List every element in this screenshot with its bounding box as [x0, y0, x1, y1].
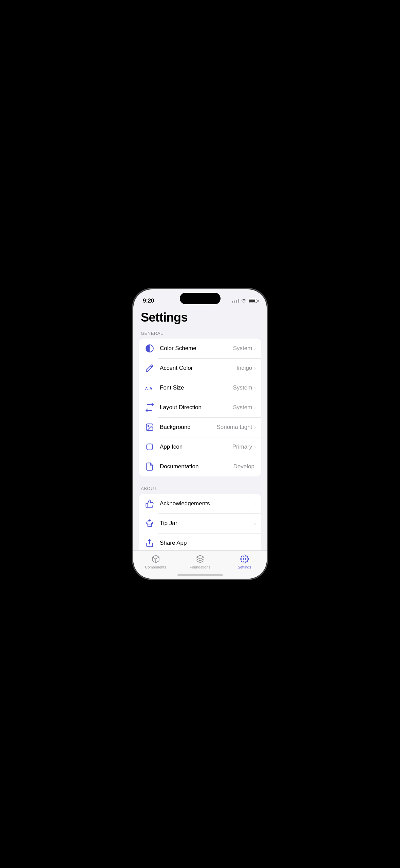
tip-jar-chevron: ›	[254, 521, 256, 526]
layout-direction-label: Layout Direction	[160, 404, 233, 411]
tab-foundations[interactable]: Foundations	[187, 554, 214, 569]
share-app-row[interactable]: Share App	[139, 533, 261, 550]
page-title: Settings	[133, 308, 267, 331]
battery-icon	[249, 299, 257, 303]
app-icon-row[interactable]: App Icon Primary ›	[139, 437, 261, 457]
font-size-icon: A A	[144, 382, 155, 393]
half-circle-icon	[144, 343, 155, 354]
about-list: Acknowledgements › Tip Jar ›	[139, 494, 261, 550]
acknowledgements-row[interactable]: Acknowledgements ›	[139, 494, 261, 513]
svg-text:A: A	[145, 387, 148, 391]
doc-icon	[144, 461, 155, 472]
tab-components-label: Components	[145, 565, 166, 569]
status-icons	[232, 299, 257, 303]
status-time: 9:20	[143, 297, 154, 304]
svg-rect-5	[147, 444, 152, 450]
background-label: Background	[160, 424, 216, 431]
acknowledgements-chevron: ›	[254, 501, 256, 506]
tab-settings-label: Settings	[238, 565, 251, 569]
dynamic-island	[180, 293, 221, 304]
accent-color-row[interactable]: Accent Color Indigo ›	[139, 358, 261, 378]
font-size-value: System	[233, 384, 252, 391]
documentation-value: Develop	[233, 463, 254, 470]
font-size-chevron: ›	[254, 385, 256, 391]
square-icon	[144, 441, 155, 452]
svg-point-4	[148, 426, 149, 427]
svg-text:A: A	[149, 386, 153, 391]
accent-color-label: Accent Color	[160, 365, 236, 372]
layout-direction-chevron: ›	[254, 405, 256, 410]
tip-jar-row[interactable]: Tip Jar ›	[139, 513, 261, 533]
color-scheme-row[interactable]: Color Scheme System ›	[139, 339, 261, 358]
share-app-label: Share App	[160, 540, 256, 546]
accent-color-value: Indigo	[236, 365, 252, 372]
wifi-icon	[241, 299, 247, 303]
layers-icon	[195, 554, 205, 564]
background-row[interactable]: Background Sonoma Light ›	[139, 417, 261, 437]
color-scheme-value: System	[233, 345, 252, 352]
accent-color-chevron: ›	[254, 365, 256, 371]
font-size-label: Font Size	[160, 384, 233, 391]
documentation-label: Documentation	[160, 463, 233, 470]
signal-icon	[232, 299, 239, 303]
brush-icon	[144, 363, 155, 374]
svg-marker-10	[196, 555, 204, 559]
app-icon-chevron: ›	[254, 444, 256, 450]
phone-frame: 9:20 Settings GENERAL	[133, 289, 267, 579]
background-value: Sonoma Light	[216, 424, 252, 431]
color-scheme-chevron: ›	[254, 346, 256, 351]
layout-direction-value: System	[233, 404, 252, 411]
share-icon	[144, 538, 155, 548]
svg-point-11	[243, 558, 246, 560]
home-indicator	[177, 574, 223, 576]
gear-icon	[240, 554, 249, 564]
section-header-about: ABOUT	[133, 486, 267, 494]
layout-direction-row[interactable]: Layout Direction System ›	[139, 398, 261, 417]
content-area: Settings GENERAL Color Scheme System ›	[133, 308, 267, 550]
documentation-row[interactable]: Documentation Develop	[139, 457, 261, 476]
app-icon-value: Primary	[232, 444, 252, 450]
app-icon-label: App Icon	[160, 444, 232, 450]
font-size-row[interactable]: A A Font Size System ›	[139, 378, 261, 398]
general-list: Color Scheme System › Accent Color Indig…	[139, 339, 261, 476]
acknowledgements-label: Acknowledgements	[160, 500, 253, 507]
thumbsup-icon	[144, 498, 155, 509]
photo-icon	[144, 422, 155, 433]
status-bar: 9:20	[133, 289, 267, 308]
wave-icon	[144, 518, 155, 529]
arrows-icon	[144, 402, 155, 413]
tab-settings[interactable]: Settings	[231, 554, 258, 569]
tip-jar-label: Tip Jar	[160, 520, 253, 527]
section-header-general: GENERAL	[133, 331, 267, 339]
background-chevron: ›	[254, 424, 256, 430]
color-scheme-label: Color Scheme	[160, 345, 233, 352]
cube-icon	[151, 554, 160, 564]
tab-foundations-label: Foundations	[190, 565, 210, 569]
tab-components[interactable]: Components	[142, 554, 169, 569]
